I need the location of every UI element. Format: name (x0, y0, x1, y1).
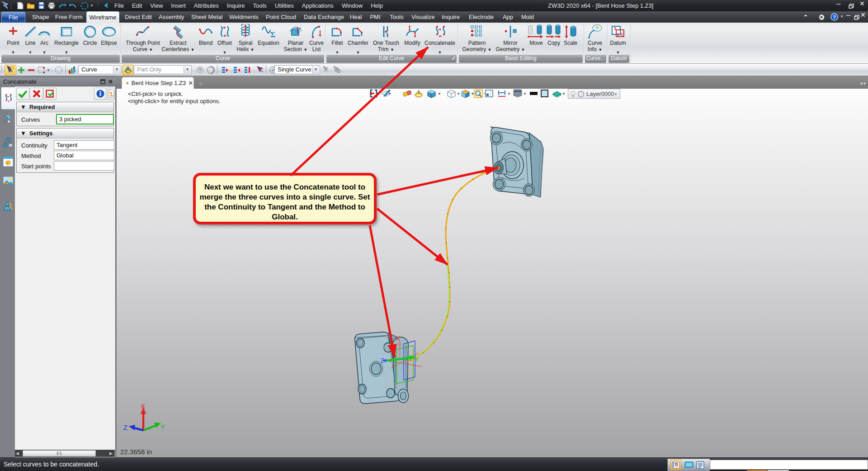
svg-text:Σ: Σ (270, 30, 275, 39)
svg-text:1: 1 (617, 32, 619, 37)
svg-text:?: ? (595, 25, 599, 32)
svg-text:3: 3 (614, 26, 616, 31)
svg-text:2: 2 (621, 32, 623, 37)
svg-text:?: ? (833, 14, 836, 20)
